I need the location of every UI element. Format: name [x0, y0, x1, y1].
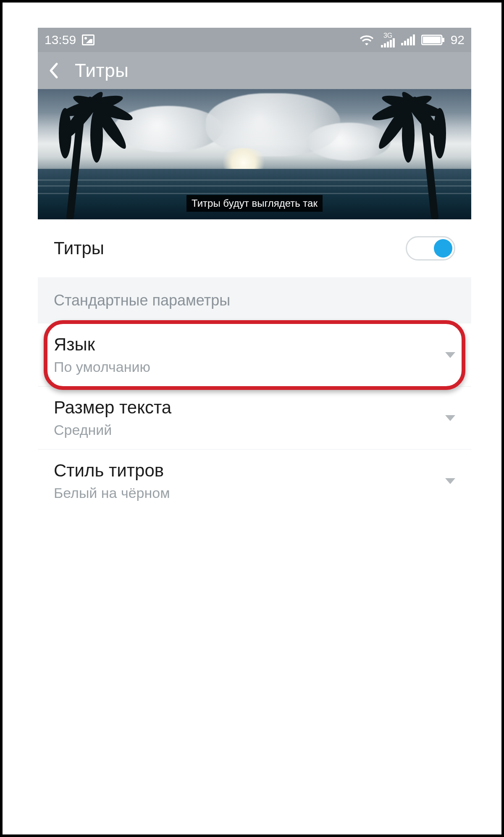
caption-style-row[interactable]: Стиль титров Белый на чёрном [38, 450, 471, 512]
svg-rect-8 [410, 37, 412, 45]
phone-screen: 13:59 3G [38, 28, 471, 813]
toggle-knob [434, 239, 452, 258]
text-size-row[interactable]: Размер текста Средний [38, 387, 471, 450]
language-row[interactable]: Язык По умолчанию [38, 324, 471, 387]
svg-rect-9 [413, 34, 415, 45]
caption-preview-area: Титры будут выглядеть так [38, 89, 471, 219]
captions-toggle-label: Титры [54, 238, 406, 258]
battery-percent: 92 [451, 33, 465, 47]
palm-tree-right [370, 89, 471, 219]
captions-toggle[interactable] [406, 236, 455, 261]
page-title: Титры [75, 60, 129, 81]
svg-rect-12 [442, 38, 444, 42]
signal-bars-icon [401, 34, 415, 45]
wifi-icon [358, 34, 375, 46]
status-time: 13:59 [45, 33, 76, 47]
svg-rect-1 [384, 43, 386, 47]
svg-rect-7 [407, 39, 409, 45]
text-size-value: Средний [54, 422, 445, 438]
screenshot-saved-icon [82, 34, 94, 45]
svg-rect-3 [390, 40, 392, 47]
standard-params-section-header: Стандартные параметры [38, 277, 471, 324]
svg-rect-0 [381, 45, 383, 47]
caption-style-value: Белый на чёрном [54, 485, 445, 501]
cellular-signal-icon: 3G [381, 32, 395, 47]
svg-rect-6 [404, 41, 406, 45]
language-title: Язык [54, 334, 445, 355]
language-value: По умолчанию [54, 359, 445, 375]
svg-rect-5 [401, 43, 403, 45]
palm-tree-left [38, 89, 134, 219]
dropdown-caret-icon [445, 415, 455, 421]
captions-toggle-row[interactable]: Титры [38, 219, 471, 277]
dropdown-caret-icon [445, 478, 455, 484]
app-header: Титры [38, 52, 471, 89]
caption-style-title: Стиль титров [54, 461, 445, 481]
text-size-title: Размер текста [54, 397, 445, 418]
caption-sample-text: Титры будут выглядеть так [186, 195, 323, 212]
back-button[interactable] [41, 58, 66, 83]
settings-list: Титры Стандартные параметры Язык По умол… [38, 219, 471, 813]
svg-rect-11 [423, 37, 441, 43]
chevron-left-icon [47, 62, 60, 79]
status-bar: 13:59 3G [38, 28, 471, 52]
svg-rect-4 [393, 38, 395, 47]
screenshot-frame: 13:59 3G [0, 0, 504, 837]
battery-icon [421, 34, 445, 46]
svg-rect-2 [387, 42, 389, 47]
section-label: Стандартные параметры [54, 292, 455, 309]
dropdown-caret-icon [445, 352, 455, 358]
